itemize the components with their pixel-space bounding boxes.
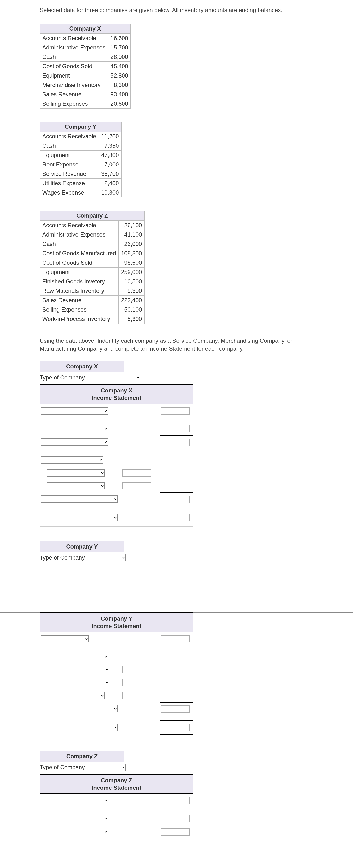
y-line-select[interactable] <box>47 679 109 686</box>
income-statement-y: Company Y Income Statement <box>40 612 194 736</box>
y-amount-input[interactable] <box>161 635 189 643</box>
section-header-z: Company Z <box>40 751 124 762</box>
y-line-select[interactable] <box>47 666 109 673</box>
x-line-select[interactable] <box>47 482 105 490</box>
z-amount-input[interactable] <box>161 828 189 836</box>
company-y-table: Company Y Accounts Receivable11,200 Cash… <box>40 122 122 197</box>
x-amount-input[interactable] <box>122 469 151 476</box>
y-line-select[interactable] <box>40 724 118 731</box>
income-statement-z: Company Z Income Statement <box>40 774 194 838</box>
type-label-z: Type of Company <box>40 764 85 771</box>
income-statement-x: Company X Income Statement <box>40 384 194 526</box>
x-line-select[interactable] <box>47 469 105 476</box>
company-y-type-select[interactable] <box>87 554 126 561</box>
type-label-x: Type of Company <box>40 374 85 381</box>
company-z-header: Company Z <box>40 211 145 221</box>
z-line-select[interactable] <box>40 828 108 835</box>
x-line-select[interactable] <box>40 514 118 521</box>
x-line-select[interactable] <box>40 456 103 464</box>
z-line-select[interactable] <box>40 797 108 804</box>
y-line-select[interactable] <box>40 653 108 660</box>
section-header-y: Company Y <box>40 541 124 552</box>
y-line-select[interactable] <box>47 692 105 699</box>
x-amount-input[interactable] <box>161 407 189 414</box>
company-x-header: Company X <box>40 24 131 34</box>
y-amount-input[interactable] <box>161 705 189 713</box>
y-line-select[interactable] <box>40 635 89 643</box>
x-amount-input[interactable] <box>161 514 189 521</box>
section-header-x: Company X <box>40 361 124 372</box>
company-x-table: Company X Accounts Receivable16,600 Admi… <box>40 24 131 108</box>
type-label-y: Type of Company <box>40 554 85 561</box>
company-y-header: Company Y <box>40 122 122 132</box>
instruction-text: Using the data above, Indentify each com… <box>40 337 323 352</box>
z-amount-input[interactable] <box>161 815 189 822</box>
x-line-select[interactable] <box>40 425 108 432</box>
company-x-type-select[interactable] <box>87 374 140 381</box>
y-amount-input[interactable] <box>122 679 151 686</box>
intro-text: Selected data for three companies are gi… <box>40 6 323 14</box>
z-line-select[interactable] <box>40 815 108 822</box>
x-line-select[interactable] <box>40 495 118 503</box>
y-amount-input[interactable] <box>161 724 189 731</box>
x-amount-input[interactable] <box>161 496 189 503</box>
x-amount-input[interactable] <box>161 439 189 446</box>
company-z-table: Company Z Accounts Receivable26,100 Admi… <box>40 211 145 324</box>
x-line-select[interactable] <box>40 438 108 445</box>
x-line-select[interactable] <box>40 407 108 414</box>
y-line-select[interactable] <box>40 705 118 712</box>
y-amount-input[interactable] <box>122 692 151 700</box>
y-amount-input[interactable] <box>122 666 151 673</box>
x-amount-input[interactable] <box>122 482 151 490</box>
x-amount-input[interactable] <box>161 425 189 432</box>
company-z-type-select[interactable] <box>87 764 126 771</box>
z-amount-input[interactable] <box>161 797 189 804</box>
